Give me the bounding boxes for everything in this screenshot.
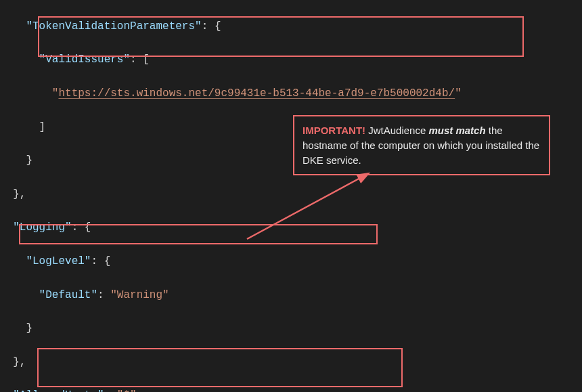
code-line: "TokenValidationParameters": {: [0, 18, 582, 35]
code-line: }: [0, 320, 582, 337]
code-line: },: [0, 186, 582, 203]
code-line: "Logging": {: [0, 219, 582, 236]
code-line: "LogLevel": {: [0, 253, 582, 270]
code-line: "ValidIssuers": [: [0, 51, 582, 68]
callout-important-label: IMPORTANT!: [303, 125, 365, 136]
callout-emphasis: must match: [428, 125, 485, 136]
code-line: },: [0, 354, 582, 371]
code-editor[interactable]: "TokenValidationParameters": { "ValidIss…: [0, 0, 582, 392]
callout-text: JwtAudience: [365, 125, 428, 136]
callout-box: IMPORTANT! JwtAudience must match the ho…: [293, 115, 550, 175]
code-line: "Default": "Warning": [0, 287, 582, 304]
code-line: "AllowedHosts": "*",: [0, 387, 582, 392]
code-line: "https://sts.windows.net/9c99431e-b513-4…: [0, 85, 582, 102]
